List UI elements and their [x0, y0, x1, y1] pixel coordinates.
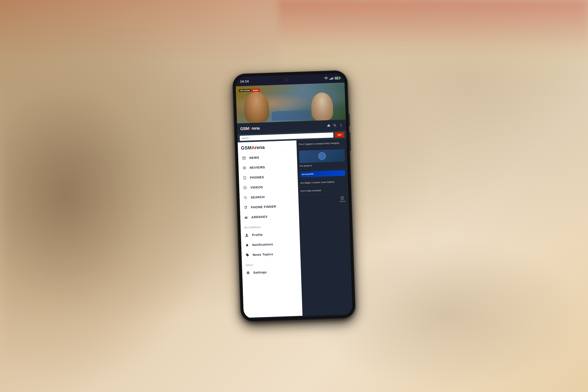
news-text-4: Pro's India revealed	[301, 188, 346, 192]
news-text-3: nch Magic V assive cover battery	[300, 180, 346, 184]
battery-fill	[335, 77, 338, 79]
app-screen: MARS THE GRAND GSMArena	[236, 82, 353, 319]
signal-icon	[329, 77, 334, 80]
main-content-area: GSMArena NEWS	[238, 138, 353, 318]
right-content: Pro-C tipped to compact body charging Pr…	[296, 138, 353, 316]
news-icon	[242, 156, 246, 160]
drawer-item-arenaev[interactable]: ARENAEV	[240, 210, 299, 222]
bottom-nav-videos[interactable]: VIDEOS	[339, 196, 346, 202]
videos-icon	[243, 186, 247, 190]
header-icons	[327, 123, 343, 128]
drawer-logo: GSMArena	[241, 144, 294, 150]
search-drawer-icon	[243, 195, 248, 200]
news-topics-label: News Topics	[253, 252, 273, 256]
ad-area: Get NordVPN	[297, 168, 348, 179]
video-thumbnail[interactable]: MARS THE GRAND	[236, 82, 346, 123]
phone-finder-icon	[244, 205, 248, 210]
gsm-logo: GSMArena	[240, 126, 260, 131]
person-right	[311, 92, 333, 121]
drawer-item-news-topics[interactable]: News Topics	[241, 248, 301, 260]
front-camera	[285, 78, 288, 82]
phones-icon	[242, 176, 247, 180]
videos-label: VIDEOS	[250, 185, 263, 189]
phone-body: 14:14	[232, 70, 355, 322]
phones-label: PHONES	[250, 175, 264, 179]
svg-line-1	[243, 158, 245, 158]
nordvpn-text: Get NordVPN	[302, 173, 314, 176]
wifi-icon	[324, 76, 328, 80]
settings-label: Settings	[253, 270, 267, 274]
bottom-play-icon	[340, 196, 344, 200]
svg-marker-14	[342, 197, 343, 198]
video-logo: THE GRAND	[239, 89, 251, 92]
more-icon[interactable]	[339, 123, 343, 127]
arenaev-label: ARENAEV	[251, 215, 268, 219]
phone-finder-label: PHONE FINDER	[251, 204, 276, 209]
phone-screen: 14:14	[235, 73, 353, 319]
bg-blur-left	[0, 0, 217, 392]
reviews-icon	[242, 166, 247, 170]
person-left	[244, 91, 269, 123]
news-thumb-2	[299, 149, 345, 163]
drawer-item-settings[interactable]: Settings	[242, 266, 301, 278]
home-bar	[289, 318, 308, 319]
news-topics-icon	[245, 253, 250, 257]
nordvpn-ad[interactable]: Get NordVPN	[300, 170, 345, 177]
sofa	[272, 110, 311, 120]
news-text-1: Pro-C tipped to compact body charging	[299, 141, 344, 146]
go-button[interactable]: GO	[335, 132, 344, 138]
video-image: MARS THE GRAND	[236, 82, 346, 123]
svg-line-9	[246, 198, 247, 199]
search-icon[interactable]	[333, 124, 337, 127]
battery-icon	[335, 77, 340, 80]
side-drawer: GSMArena NEWS	[238, 140, 303, 318]
arenaev-icon	[244, 215, 248, 220]
bottom-nav: VIDEOS	[298, 193, 349, 206]
status-time: 14:14	[240, 80, 249, 83]
profile-label: Profile	[252, 233, 263, 236]
svg-point-3	[244, 168, 245, 168]
news-label: NEWS	[249, 156, 259, 160]
phone-device: 14:14	[232, 70, 355, 322]
profile-icon	[244, 233, 249, 238]
news-avatar	[318, 152, 326, 160]
news-item-2[interactable]: Pro lands in	[297, 146, 348, 170]
notifications-icon	[245, 243, 249, 247]
settings-icon	[246, 270, 250, 275]
drawer-logo-area: GSMArena	[238, 140, 297, 153]
svg-marker-7	[245, 187, 246, 188]
notifications-label: Notifications	[252, 242, 273, 247]
svg-point-8	[244, 196, 246, 198]
bottom-videos-label: VIDEOS	[339, 200, 346, 202]
news-text-2: Pro lands in	[300, 163, 345, 168]
mars-sign: MARS	[251, 88, 260, 92]
search-label: SEARCH	[251, 195, 265, 199]
home-icon[interactable]	[327, 124, 331, 128]
reviews-label: REVIEWS	[250, 165, 265, 169]
status-icons	[324, 76, 340, 80]
